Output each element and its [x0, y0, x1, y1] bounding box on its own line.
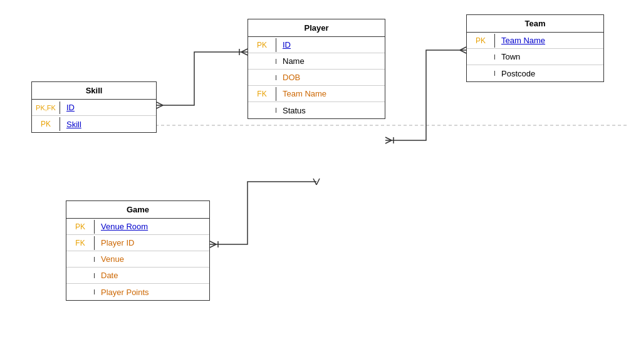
table-row: Date [66, 268, 209, 284]
svg-line-9 [460, 47, 466, 50]
svg-line-7 [385, 140, 392, 143]
table-row: Name [248, 53, 385, 70]
svg-line-1 [241, 49, 248, 52]
team-table-header: Team [467, 15, 603, 33]
table-row: Status [248, 102, 385, 118]
key-cell [248, 108, 276, 113]
field-cell: Venue Room [95, 219, 154, 234]
svg-line-15 [316, 179, 320, 185]
svg-line-2 [241, 52, 248, 55]
skill-table-header: Skill [32, 82, 156, 100]
svg-line-5 [157, 105, 163, 108]
table-row: Postcode [467, 65, 603, 81]
key-cell: PK [66, 220, 95, 234]
field-cell: Name [276, 54, 311, 68]
table-row: FK Player ID [66, 235, 209, 251]
table-row: PK Skill [32, 116, 156, 132]
field-cell: Town [495, 49, 526, 64]
skill-table: Skill PK,FK ID PK Skill [31, 81, 157, 133]
table-row: Player Points [66, 284, 209, 300]
svg-line-14 [313, 179, 316, 185]
table-row: PK Venue Room [66, 219, 209, 235]
table-row: DOB [248, 70, 385, 86]
table-row: PK Team Name [467, 33, 603, 49]
key-cell: FK [248, 87, 276, 101]
field-cell: Venue [95, 252, 130, 266]
team-table: Team PK Team Name Town Postcode [466, 14, 604, 82]
field-cell: Player ID [95, 236, 140, 250]
table-row: Town [467, 49, 603, 65]
table-row: Venue [66, 251, 209, 268]
table-row: PK ID [248, 37, 385, 53]
field-cell: Skill [60, 117, 88, 132]
key-cell [467, 71, 495, 76]
key-cell [66, 273, 95, 278]
field-cell: Team Name [495, 33, 551, 48]
svg-line-12 [210, 244, 216, 247]
table-row: PK,FK ID [32, 100, 156, 116]
key-cell [467, 55, 495, 60]
field-cell: Team Name [276, 86, 333, 101]
key-cell [66, 257, 95, 262]
svg-line-10 [460, 50, 466, 53]
field-cell: Postcode [495, 66, 541, 81]
key-cell [66, 289, 95, 294]
field-cell: ID [276, 38, 297, 52]
field-cell: DOB [276, 70, 306, 85]
key-cell: PK [467, 34, 495, 48]
table-row: FK Team Name [248, 86, 385, 102]
game-table: Game PK Venue Room FK Player ID Venue Da… [66, 200, 210, 301]
field-cell: Player Points [95, 285, 155, 299]
field-cell: ID [60, 100, 81, 115]
key-cell: FK [66, 236, 95, 250]
key-cell: PK [32, 117, 60, 131]
svg-line-11 [210, 241, 216, 244]
player-table: Player PK ID Name DOB FK Team Name Statu… [248, 19, 385, 119]
field-cell: Status [276, 103, 312, 118]
key-cell: PK,FK [32, 101, 60, 114]
field-cell: Date [95, 268, 124, 283]
svg-line-6 [385, 137, 392, 140]
key-cell [248, 59, 276, 64]
svg-line-4 [157, 102, 163, 105]
key-cell: PK [248, 38, 276, 52]
game-table-header: Game [66, 201, 209, 219]
player-table-header: Player [248, 19, 385, 37]
key-cell [248, 75, 276, 80]
